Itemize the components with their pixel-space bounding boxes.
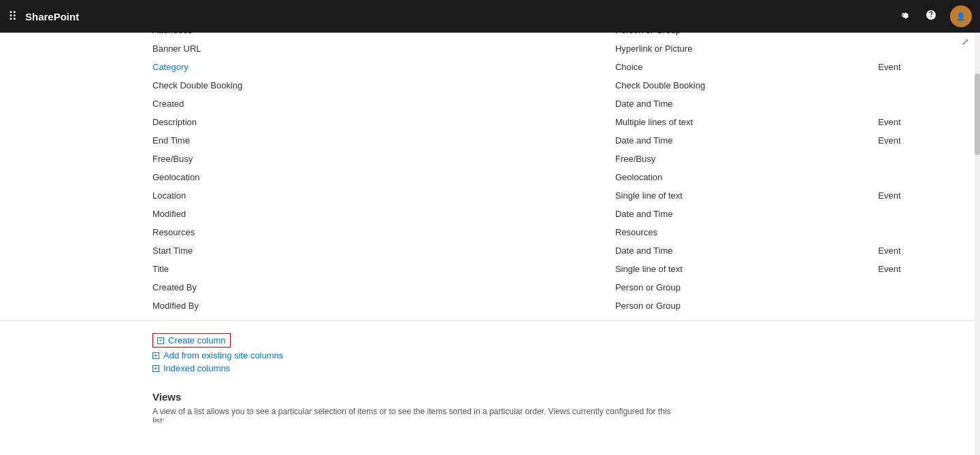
avatar[interactable]: 👤 (950, 5, 972, 27)
app-title: SharePoint (25, 11, 79, 22)
add-from-existing-action[interactable]: + Add from existing site columns (152, 350, 980, 360)
column-type-cell: Hyperlink or Picture (604, 39, 867, 58)
column-name-cell: Location (0, 186, 604, 205)
column-usedin-cell: Event (867, 58, 980, 76)
column-usedin-cell: Event (867, 186, 980, 205)
table-row: CreatedDate and Time (0, 95, 980, 113)
table-row: End TimeDate and TimeEvent (0, 131, 980, 150)
action-links-section: + Create column + Add from existing site… (0, 326, 980, 383)
column-usedin-cell: Event (867, 241, 980, 260)
column-name-cell: Title (0, 260, 604, 278)
table-row: Created ByPerson or Group (0, 278, 980, 297)
column-type-cell: Date and Time (604, 131, 867, 150)
table-row: ModifiedDate and Time (0, 205, 980, 223)
table-row: ResourcesResources (0, 223, 980, 241)
column-usedin-cell (867, 150, 980, 168)
main-content: Column (click to edit) Type Used in Atte… (0, 0, 980, 422)
column-type-cell: Multiple lines of text (604, 113, 867, 131)
column-usedin-cell: Event (867, 260, 980, 278)
create-column-action[interactable]: + Create column (152, 333, 980, 348)
column-name-cell: Created By (0, 278, 604, 297)
indexed-columns-icon: + (152, 365, 159, 372)
column-usedin-cell (867, 278, 980, 297)
views-title: Views (152, 391, 980, 403)
indexed-columns-action[interactable]: + Indexed columns (152, 363, 980, 373)
column-usedin-cell: Event (867, 131, 980, 150)
waffle-icon[interactable]: ⠿ (8, 9, 17, 24)
column-type-cell: Person or Group (604, 278, 867, 297)
add-existing-icon: + (152, 352, 159, 359)
add-existing-label: Add from existing site columns (163, 350, 283, 360)
column-type-cell: Single line of text (604, 260, 867, 278)
columns-divider (0, 320, 980, 321)
table-row: Check Double BookingCheck Double Booking (0, 76, 980, 95)
table-row: Start TimeDate and TimeEvent (0, 241, 980, 260)
indexed-columns-label: Indexed columns (163, 363, 230, 373)
column-name-cell: Modified (0, 205, 604, 223)
column-name-cell: Free/Busy (0, 150, 604, 168)
column-usedin-cell (867, 205, 980, 223)
scrollbar-track (975, 33, 980, 422)
column-name-cell[interactable]: Category (0, 58, 604, 76)
fullscreen-icon[interactable]: ⤢ (962, 37, 969, 47)
column-name-cell: End Time (0, 131, 604, 150)
column-type-cell: Choice (604, 58, 867, 76)
table-row: CategoryChoiceEvent (0, 58, 980, 76)
table-row: Banner URLHyperlink or Picture (0, 39, 980, 58)
column-name-cell: Check Double Booking (0, 76, 604, 95)
table-row: Free/BusyFree/Busy (0, 150, 980, 168)
table-row: TitleSingle line of textEvent (0, 260, 980, 278)
column-usedin-cell (867, 168, 980, 186)
topbar-actions: 👤 (896, 5, 972, 27)
column-usedin-cell (867, 76, 980, 95)
help-icon[interactable] (923, 7, 939, 26)
column-type-cell: Date and Time (604, 95, 867, 113)
column-type-cell: Date and Time (604, 205, 867, 223)
views-description: A view of a list allows you to see a par… (152, 407, 683, 422)
column-type-cell: Resources (604, 223, 867, 241)
columns-table: Column (click to edit) Type Used in Atte… (0, 0, 980, 315)
column-name-cell: Modified By (0, 297, 604, 315)
column-type-cell: Person or Group (604, 297, 867, 315)
column-link[interactable]: Category (152, 62, 189, 72)
column-name-cell: Banner URL (0, 39, 604, 58)
scrollbar-thumb[interactable] (975, 73, 980, 155)
topbar: ⠿ SharePoint 👤 (0, 0, 980, 33)
column-usedin-cell: Event (867, 113, 980, 131)
column-name-cell: Resources (0, 223, 604, 241)
column-type-cell: Date and Time (604, 241, 867, 260)
settings-icon[interactable] (896, 7, 912, 26)
column-name-cell: Start Time (0, 241, 604, 260)
create-column-label: Create column (168, 335, 226, 346)
column-name-cell: Description (0, 113, 604, 131)
table-row: DescriptionMultiple lines of textEvent (0, 113, 980, 131)
table-row: LocationSingle line of textEvent (0, 186, 980, 205)
column-type-cell: Single line of text (604, 186, 867, 205)
column-usedin-cell (867, 95, 980, 113)
views-section: Views A view of a list allows you to see… (0, 383, 980, 422)
create-column-icon: + (157, 337, 164, 344)
avatar-initials: 👤 (956, 12, 966, 21)
column-name-cell: Created (0, 95, 604, 113)
column-name-cell: Geolocation (0, 168, 604, 186)
column-type-cell: Free/Busy (604, 150, 867, 168)
table-row: Modified ByPerson or Group (0, 297, 980, 315)
column-type-cell: Geolocation (604, 168, 867, 186)
table-row: GeolocationGeolocation (0, 168, 980, 186)
column-usedin-cell (867, 223, 980, 241)
column-usedin-cell (867, 297, 980, 315)
column-type-cell: Check Double Booking (604, 76, 867, 95)
